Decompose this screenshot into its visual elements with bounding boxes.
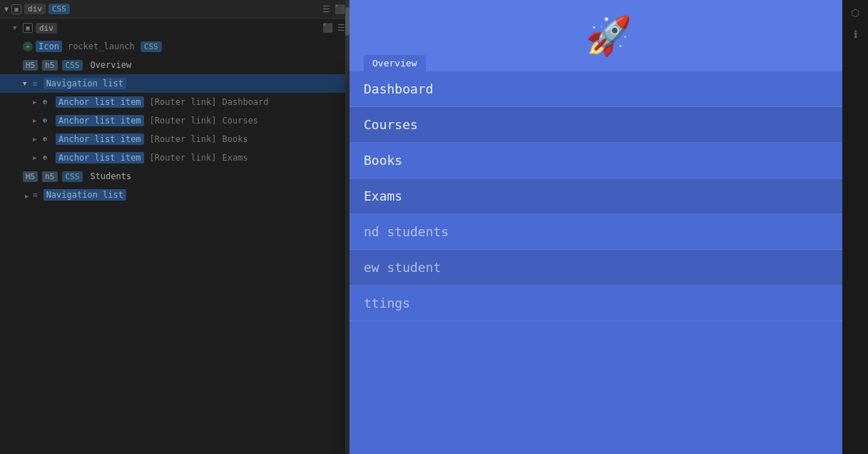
element-type-icon: ▣	[11, 4, 21, 14]
side-icons-panel: ⬡ ℹ	[842, 0, 868, 454]
menu-icon[interactable]: ☰	[337, 23, 345, 33]
router-link-1: [Router link]	[150, 97, 217, 107]
nav-item-students[interactable]: nd students	[349, 214, 868, 250]
page-3: Books	[223, 134, 248, 144]
tree-row-navlist-1[interactable]: ▼ ≡ Navigation list	[0, 74, 349, 93]
icon-component-label: Icon	[36, 41, 62, 52]
element-icon: ▣	[23, 23, 33, 33]
link-icon-4: ⊕	[43, 153, 51, 162]
h5-inner-badge-2: h5	[42, 171, 57, 182]
anchor-chevron-1: ▶	[33, 99, 40, 106]
layers-icon-2[interactable]: ⬛	[322, 23, 333, 33]
tree-row-h5-students[interactable]: H5 h5 CSS Students	[0, 167, 349, 186]
tree-row-anchor-2[interactable]: ▶ ⊕ Anchor list item [Router link] Cours…	[0, 111, 349, 130]
css-badge-h5-2: CSS	[62, 171, 83, 182]
list-icon-2: ≡	[33, 191, 38, 200]
toolbar-top: ▼ ▣ div CSS ☰ ⬛	[0, 0, 349, 19]
h5-inner-badge: h5	[42, 60, 57, 71]
page-4: Exams	[223, 153, 248, 163]
nav-item-exams[interactable]: Exams	[349, 178, 868, 214]
anchor-label-4: Anchor list item	[56, 152, 144, 163]
icon-name: rocket_launch	[68, 41, 135, 51]
chevron-icon: ▼	[13, 24, 20, 31]
anchor-label-3: Anchor list item	[56, 133, 144, 145]
anchor-chevron-3: ▶	[33, 136, 40, 143]
link-icon-1: ⊕	[43, 98, 51, 106]
rocket-icon: 🚀	[586, 14, 632, 58]
tree-row-h5-overview[interactable]: H5 h5 CSS Overview	[0, 56, 349, 74]
side-icon-2[interactable]: ℹ	[854, 29, 857, 40]
nav-item-courses[interactable]: Courses	[349, 107, 868, 143]
collapse-arrow[interactable]: ▼	[4, 5, 9, 13]
h5-overview-text: Overview	[90, 60, 131, 70]
css-badge-h5: CSS	[62, 60, 83, 71]
navlist-label-1: Navigation list	[44, 78, 126, 89]
list-view-icon[interactable]: ☰	[322, 4, 330, 14]
navlist-chevron: ▼	[23, 80, 30, 87]
anchor-label-1: Anchor list item	[56, 96, 144, 108]
nav-item-books[interactable]: Books	[349, 143, 868, 178]
router-link-2: [Router link]	[150, 116, 217, 126]
navlist-2-chevron: ▼	[23, 191, 30, 198]
anchor-chevron-4: ▶	[33, 154, 40, 161]
page-2: Courses	[223, 116, 259, 126]
nav-item-settings[interactable]: ttings	[349, 286, 868, 321]
h5-tag-badge: H5	[23, 60, 38, 71]
layers-icon[interactable]: ⬛	[335, 4, 345, 14]
nav-item-dashboard[interactable]: Dashboard	[349, 71, 868, 107]
tree-row-navlist-2[interactable]: ▼ ≡ Navigation list	[0, 186, 349, 204]
h5-students-text: Students	[90, 171, 131, 181]
router-link-3: [Router link]	[150, 134, 217, 144]
tree-row-anchor-4[interactable]: ▶ ⊕ Anchor list item [Router link] Exams	[0, 148, 349, 167]
div-tag-badge: div	[24, 4, 46, 14]
css-badge-icon: CSS	[141, 41, 162, 52]
plus-icon: +	[23, 41, 33, 51]
router-link-4: [Router link]	[150, 153, 217, 163]
page-1: Dashboard	[223, 97, 269, 107]
side-icon-1[interactable]: ⬡	[851, 7, 859, 19]
toolbar-actions: ☰ ⬛	[322, 4, 345, 14]
right-panel: 🚀 Overview Dashboard Courses Books Exams…	[349, 0, 868, 454]
div-inner-tag: div	[36, 23, 57, 34]
h5-tag-badge-2: H5	[23, 171, 38, 182]
css-badge-outer[interactable]: CSS	[48, 4, 70, 14]
preview-tab[interactable]: Overview	[364, 55, 426, 71]
preview-header: 🚀 Overview	[349, 0, 868, 71]
link-icon-3: ⊕	[43, 135, 51, 143]
anchor-label-2: Anchor list item	[56, 115, 144, 126]
link-icon-2: ⊕	[43, 116, 51, 125]
tree-row-anchor-1[interactable]: ▶ ⊕ Anchor list item [Router link] Dashb…	[0, 93, 349, 111]
tree-row-div-inner[interactable]: ▼ ▣ div ⬛ ☰	[0, 19, 349, 37]
tree-row-anchor-3[interactable]: ▶ ⊕ Anchor list item [Router link] Books	[0, 130, 349, 148]
list-icon: ≡	[33, 79, 38, 89]
tree-row-icon[interactable]: + Icon rocket_launch CSS	[0, 37, 349, 56]
anchor-chevron-2: ▶	[33, 117, 40, 124]
left-panel: ▼ ▣ div CSS ☰ ⬛ ▼ ▣ div ⬛ ☰ + Icon rocke…	[0, 0, 349, 454]
navlist-label-2: Navigation list	[44, 189, 126, 201]
nav-item-new-student[interactable]: ew student	[349, 250, 868, 286]
